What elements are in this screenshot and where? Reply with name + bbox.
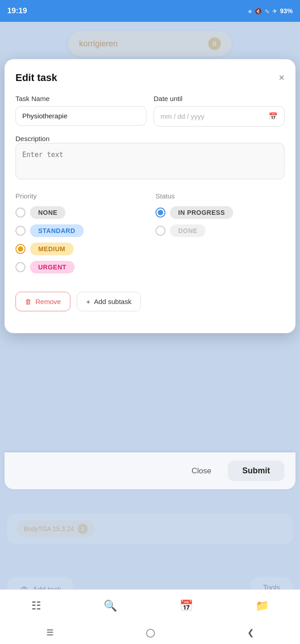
calendar-icon: 📅 [269,112,278,121]
trash-icon: 🗑 [25,298,32,305]
date-placeholder: mm / dd / yyyy [160,112,205,120]
priority-urgent-item[interactable]: URGENT [15,261,145,274]
mute-icon: 🔇 [255,8,262,15]
bluetooth-icon: ⎈ [248,8,252,15]
date-input[interactable]: mm / dd / yyyy 📅 [154,106,285,127]
files-nav-icon[interactable]: 📁 [255,599,269,612]
priority-medium-item[interactable]: MEDIUM [15,243,145,255]
status-inprogress-radio[interactable] [155,208,165,218]
priority-medium-radio-inner [18,246,23,252]
status-label: Status [155,192,285,200]
task-name-label: Task Name [15,95,146,102]
priority-label: Priority [15,192,145,200]
status-icons: ⎈ 🔇 ∿ ✈ 93% [248,7,293,15]
task-name-input[interactable] [15,106,146,126]
wifi-icon: ∿ [265,8,270,15]
description-group: Description [15,135,285,181]
calendar-nav-icon[interactable]: 📅 [180,599,193,612]
add-subtask-button[interactable]: + Add subtask [77,292,141,311]
description-input[interactable] [15,143,285,179]
priority-none-radio[interactable] [15,208,25,218]
task-name-date-row: Task Name Date until mm / dd / yyyy 📅 [15,95,285,127]
priority-urgent-badge: URGENT [30,261,75,274]
priority-medium-badge: MEDIUM [30,243,74,255]
modal-title: Edit task [15,72,57,84]
footer-close-button[interactable]: Close [183,462,220,480]
close-icon-button[interactable]: × [279,73,285,83]
priority-status-row: Priority NONE STANDARD MEDIUM URGENT [15,192,285,279]
add-subtask-label: Add subtask [94,298,132,305]
status-done-badge: DONE [170,224,205,237]
description-label: Description [15,135,50,142]
status-time: 19:19 [7,6,27,15]
search-nav-icon[interactable]: 🔍 [104,599,117,612]
status-inprogress-item[interactable]: IN PROGRESS [155,206,285,219]
android-nav: ☰ ◯ ❮ [0,621,300,644]
android-home-button[interactable]: ◯ [146,628,155,638]
plus-icon: + [86,298,90,305]
action-row: 🗑 Remove + Add subtask [15,292,285,311]
list-nav-icon[interactable]: ☷ [31,599,41,612]
priority-standard-radio[interactable] [15,226,25,236]
date-until-label: Date until [154,95,285,102]
android-back-button[interactable]: ❮ [247,628,254,638]
navigation-bar: ☷ 🔍 📅 📁 [0,589,300,621]
status-done-item[interactable]: DONE [155,224,285,237]
priority-urgent-radio[interactable] [15,262,25,272]
android-menu-button[interactable]: ☰ [46,628,54,638]
status-done-radio[interactable] [155,226,165,236]
priority-column: Priority NONE STANDARD MEDIUM URGENT [15,192,145,279]
edit-task-modal: Edit task × Task Name Date until mm / dd… [5,59,295,333]
signal-icon: ✈ [272,8,277,15]
status-inprogress-radio-inner [158,210,163,215]
date-until-group: Date until mm / dd / yyyy 📅 [154,95,285,127]
footer-submit-button[interactable]: Submit [228,461,285,481]
priority-standard-item[interactable]: STANDARD [15,224,145,237]
priority-none-badge: NONE [30,206,65,219]
modal-header: Edit task × [15,72,285,84]
modal-footer: Close Submit [5,452,295,489]
status-bar: 19:19 ⎈ 🔇 ∿ ✈ 93% [0,0,300,22]
status-inprogress-badge: IN PROGRESS [170,206,233,219]
remove-button[interactable]: 🗑 Remove [15,292,70,311]
priority-medium-radio[interactable] [15,244,25,254]
priority-none-item[interactable]: NONE [15,206,145,219]
remove-label: Remove [35,298,61,305]
priority-standard-badge: STANDARD [30,224,84,237]
task-name-group: Task Name [15,95,146,127]
status-column: Status IN PROGRESS DONE [155,192,285,279]
battery-text: 93% [280,7,293,15]
